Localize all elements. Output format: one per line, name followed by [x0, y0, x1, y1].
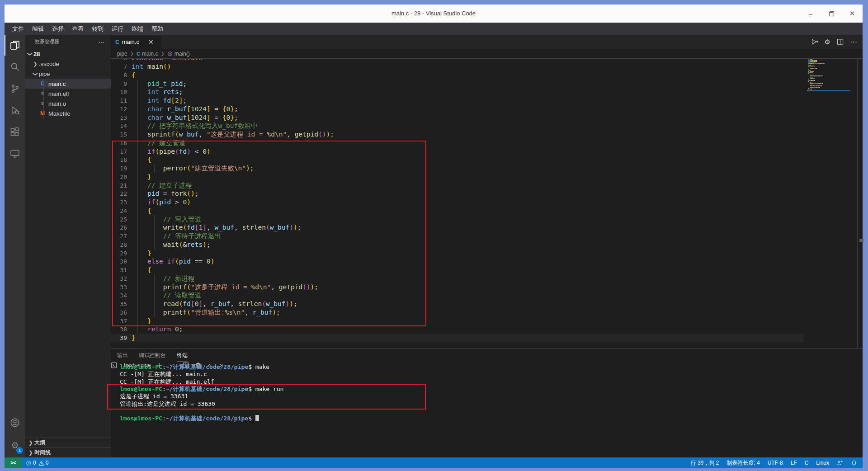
close-tab-icon[interactable]: ✕ [148, 38, 154, 46]
token: = [159, 190, 171, 197]
terminal-token: 管道输出:这是父进程 id = 33630 [120, 400, 215, 407]
token: strlen [238, 300, 262, 307]
breadcrumb-file[interactable]: main.c [142, 51, 158, 57]
restore-icon[interactable] [821, 5, 842, 23]
extensions-icon[interactable] [5, 122, 25, 142]
code-line-20: 20 } [111, 173, 804, 181]
tree-item-Makefile[interactable]: MMakefile [25, 108, 111, 118]
panel-tab-终端[interactable]: 终端 [177, 349, 188, 362]
token: r_buf [167, 105, 187, 113]
menubar-item[interactable]: 帮助 [147, 23, 167, 35]
token [132, 325, 147, 333]
panel-tab-bar: 输出调试控制台终端 [111, 349, 863, 362]
run-file-icon[interactable]: ▾ [811, 38, 818, 45]
menubar-item[interactable]: 转到 [88, 23, 108, 35]
minimap-line [814, 78, 815, 79]
bell-icon[interactable] [851, 460, 857, 466]
explorer-icon[interactable] [5, 35, 25, 56]
menubar-item[interactable]: 终端 [127, 23, 147, 35]
menubar-item[interactable]: 编辑 [28, 23, 48, 35]
line-number: 29 [111, 249, 127, 258]
settings-icon[interactable]: ⚙1 [5, 435, 25, 456]
status-item[interactable]: LF [791, 460, 797, 466]
close-icon[interactable]: ✕ [842, 5, 863, 23]
token: ; [183, 80, 187, 87]
token: ; [179, 325, 183, 333]
accounts-icon[interactable] [5, 412, 25, 433]
token: // 建立管道 [147, 139, 185, 146]
code-line-24: 24 { [111, 207, 804, 215]
split-editor-icon[interactable] [837, 38, 844, 45]
feedback-icon[interactable] [837, 460, 843, 466]
token: getpid [295, 131, 318, 138]
code-text: printf("管道输出:%s\n", r_buf); [132, 308, 280, 317]
problems-status[interactable]: 0 0 [22, 460, 48, 466]
token: ( [155, 198, 159, 206]
terminal-output[interactable]: lmos@lmos-PC:~/计算机基础/code/28/pipe$ makeC… [111, 362, 863, 457]
token: w_buf [266, 300, 286, 307]
outline-section[interactable]: ❯ 大纲 [25, 438, 111, 447]
scrollbar-marker[interactable] [859, 239, 863, 242]
source-control-icon[interactable] [5, 78, 25, 99]
tree-item-label: main.elf [48, 90, 69, 97]
token: ) [286, 300, 290, 307]
code-editor[interactable]: 6#include "unistd.h"7int main()8{9 pid_t… [111, 35, 863, 348]
token: getpid [279, 283, 302, 291]
menubar-item[interactable]: 文件 [8, 23, 28, 35]
tab-main-c[interactable]: C main.c ✕ [111, 35, 161, 49]
run-and-debug-icon[interactable] [5, 100, 25, 121]
token: , [287, 131, 294, 138]
search-icon[interactable] [5, 57, 25, 77]
minimize-icon[interactable]: – [800, 5, 821, 23]
token: ; [293, 300, 297, 307]
token: ) [203, 241, 207, 248]
remote-indicator[interactable]: >< [5, 457, 22, 468]
menubar-item[interactable]: 选择 [48, 23, 68, 35]
token [132, 156, 147, 163]
code-text: pid = fork(); [132, 189, 198, 198]
token [159, 88, 163, 95]
token: } [147, 173, 151, 180]
token: ) [311, 283, 315, 291]
tree-item-maino[interactable]: ≡main.o [25, 99, 111, 108]
remote-explorer-icon[interactable] [5, 143, 25, 164]
token: // 写入管道 [163, 216, 201, 223]
tree-item-vscode[interactable]: ❯.vscode [25, 59, 111, 69]
tree-item-mainc[interactable]: Cmain.c [25, 79, 111, 89]
chevron-right-icon: ❯ [27, 450, 34, 456]
status-item[interactable]: Linux [816, 460, 829, 466]
tree-item-pipe[interactable]: ❯pipe [25, 69, 111, 79]
token: fd [163, 97, 171, 104]
breadcrumb-symbol[interactable]: main() [175, 51, 190, 57]
timeline-section[interactable]: ❯ 时间线 [25, 447, 111, 457]
panel-tab-输出[interactable]: 输出 [117, 349, 128, 362]
tree-item-28[interactable]: ❯28 [25, 49, 111, 59]
token: ] [203, 224, 207, 231]
status-item[interactable]: 制表符长度: 4 [726, 459, 760, 467]
menubar-item[interactable]: 查看 [68, 23, 88, 35]
code-line-7: 7int main() [111, 62, 804, 71]
token: ( [187, 309, 191, 316]
terminal-token: lmos@lmos-PC [120, 386, 162, 392]
minimap-line [822, 83, 823, 84]
more-actions-icon[interactable]: ⋯ [850, 38, 857, 46]
tree-item-mainelf[interactable]: ≡main.elf [25, 89, 111, 99]
token: wait [163, 241, 179, 248]
gear-icon[interactable]: ⚙ [825, 38, 830, 46]
more-actions-icon[interactable]: ⋯ [98, 38, 104, 46]
breadcrumb-folder[interactable]: pipe [117, 51, 127, 57]
minimap[interactable] [807, 53, 850, 94]
line-number: 37 [111, 317, 127, 325]
token: ) [187, 198, 191, 206]
token: \n [259, 283, 267, 291]
status-item[interactable]: C [805, 460, 809, 466]
token: return [147, 325, 171, 333]
line-number: 27 [111, 232, 127, 240]
terminal-token: ~/计算机基础/code/28/pipe [166, 386, 248, 392]
panel-tab-调试控制台[interactable]: 调试控制台 [139, 349, 166, 362]
status-item[interactable]: 行 39，列 2 [691, 459, 719, 467]
line-number: 15 [111, 130, 127, 139]
minimap-border [857, 53, 858, 348]
menubar-item[interactable]: 运行 [108, 23, 127, 35]
status-item[interactable]: UTF-8 [768, 460, 783, 466]
